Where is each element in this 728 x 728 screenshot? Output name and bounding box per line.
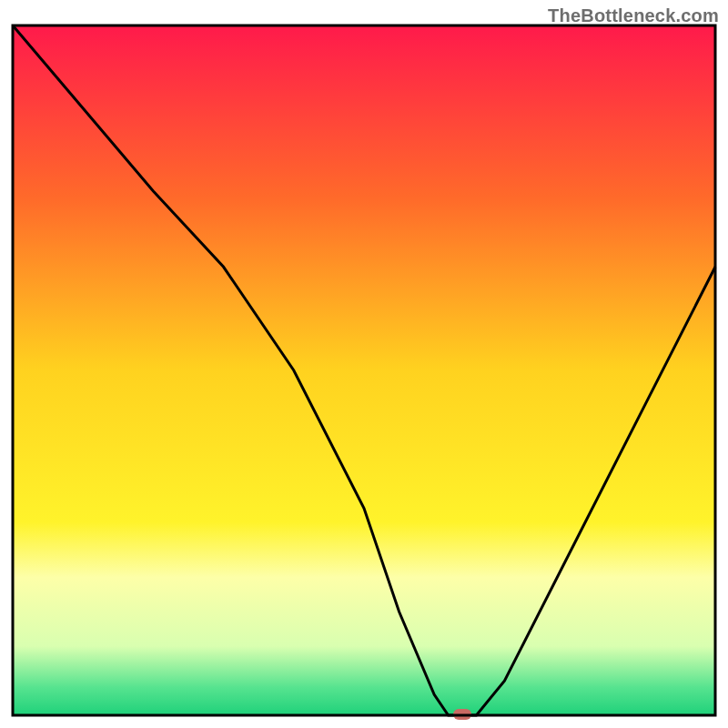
watermark-label: TheBottleneck.com bbox=[548, 5, 719, 26]
plot-background bbox=[13, 25, 715, 715]
chart-canvas bbox=[0, 0, 728, 728]
bottleneck-chart: TheBottleneck.com bbox=[0, 0, 728, 728]
